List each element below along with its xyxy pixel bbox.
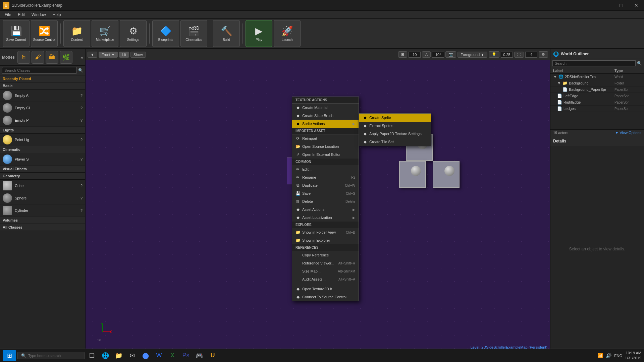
class-item-empty-a[interactable]: Empty A ? [0, 89, 85, 102]
class-item-sphere[interactable]: Sphere ? [0, 192, 85, 204]
taskbar-task-view[interactable]: ❑ [86, 350, 98, 362]
taskbar-photoshop[interactable]: Ps [180, 350, 192, 362]
class-info-empty-a[interactable]: ? [80, 94, 83, 98]
class-info-sphere[interactable]: ? [80, 196, 83, 200]
ctx-sprite-actions[interactable]: ◆ Sprite Actions [292, 120, 359, 128]
ctx-asset-localization[interactable]: ◆ Asset Localization [292, 214, 359, 222]
section-visual-effects[interactable]: Visual Effects [0, 166, 85, 173]
class-item-empty-cl[interactable]: Empty Cl ? [0, 102, 85, 114]
section-basic[interactable]: Basic [0, 82, 85, 89]
close-button[interactable]: ✕ [629, 0, 644, 11]
viewport-lighting-button[interactable]: 💡 [489, 51, 499, 58]
viewport-lit-button[interactable]: Lit [119, 52, 129, 58]
ctx-extract-sprites[interactable]: ◆ Extract Sprites [359, 122, 431, 130]
viewport-zoom-input[interactable] [501, 52, 513, 58]
class-info-cube[interactable]: ? [80, 184, 83, 188]
viewport-mode-dropdown[interactable]: ▼ [88, 52, 97, 58]
menu-file[interactable]: File [1, 12, 14, 18]
ctx-reference-viewer[interactable]: Reference Viewer... Alt+Shift+R [292, 259, 359, 267]
world-outliner-search-input[interactable] [552, 60, 636, 66]
class-item-point-lig[interactable]: Point Lig ? [0, 134, 85, 146]
mode-foliage-button[interactable]: 🌿 [60, 51, 72, 64]
class-info-player-s[interactable]: ? [80, 157, 83, 161]
viewport-camera-button[interactable]: 📷 [445, 51, 456, 58]
outliner-item-world[interactable]: ▼ 🌐 2DSideScrollerExa World [550, 74, 644, 80]
ctx-open-source-location[interactable]: 📂 Open Source Location [292, 142, 359, 150]
viewport-grid-size-input[interactable] [525, 52, 537, 58]
maximize-button[interactable]: □ [613, 0, 629, 11]
taskbar-steam[interactable]: 🎮 [193, 350, 205, 362]
taskbar-edge[interactable]: 🌐 [99, 350, 111, 362]
ctx-show-explorer[interactable]: 📁 Show in Explorer [292, 236, 359, 244]
class-item-player-s[interactable]: Player S ? [0, 153, 85, 166]
ctx-size-map[interactable]: Size Map... Alt+Shift+M [292, 267, 359, 275]
taskbar-chrome[interactable]: ⬤ [140, 350, 152, 362]
viewport-view-front[interactable]: Front ▼ [99, 52, 118, 58]
section-lights[interactable]: Lights [0, 127, 85, 134]
ctx-connect-source-control[interactable]: ◆ Connect To Source Control... [292, 293, 359, 301]
taskbar-explorer[interactable]: 📁 [113, 350, 125, 362]
mode-terrain-button[interactable]: 🏔 [46, 51, 58, 64]
outliner-view-options[interactable]: ▼ View Options [615, 131, 641, 135]
class-item-empty-p[interactable]: Empty P ? [0, 114, 85, 127]
ctx-create-material[interactable]: ◆ Create Material [292, 104, 359, 112]
taskbar-search-input[interactable] [28, 354, 81, 358]
ctx-rename[interactable]: ✏ Rename F2 [292, 173, 359, 181]
class-item-cylinder[interactable]: Cylinder ? [0, 204, 85, 217]
class-info-empty-cl[interactable]: ? [80, 106, 83, 110]
section-geometry[interactable]: Geometry [0, 173, 85, 180]
viewport-grid-icon[interactable]: ⊞ [398, 51, 407, 58]
modes-expand-button[interactable]: » [80, 55, 83, 60]
content-button[interactable]: 📁 Content [63, 20, 90, 47]
taskbar-excel[interactable]: X [166, 350, 178, 362]
outliner-item-ledges[interactable]: 📄 Ledges PaperSpr [550, 106, 644, 112]
outliner-item-background-sprite[interactable]: 📄 Background_PaperSpr PaperSpr [550, 86, 644, 93]
ctx-apply-paper2d[interactable]: ◆ Apply Paper2D Texture Settings [359, 130, 431, 138]
ctx-create-tile-set[interactable]: ◆ Create Tile Set [359, 138, 431, 146]
menu-edit[interactable]: Edit [14, 12, 28, 18]
viewport-angle-input[interactable] [432, 52, 444, 58]
mode-paint-button[interactable]: 🖌 [32, 51, 44, 64]
taskbar-ue4[interactable]: U [207, 350, 219, 362]
viewport-perspective-dropdown[interactable]: Foreground ▼ [458, 52, 487, 58]
search-classes-input[interactable] [2, 67, 77, 74]
ctx-create-slate-brush[interactable]: ◆ Create Slate Brush [292, 112, 359, 120]
mode-select-button[interactable]: 🖱 [17, 51, 30, 64]
ctx-asset-actions[interactable]: ◆ Asset Actions [292, 205, 359, 214]
viewport-settings-button[interactable]: ⚙ [539, 51, 548, 58]
play-button[interactable]: ▶ Play [246, 20, 272, 47]
ctx-open-external-editor[interactable]: ↗ Open In External Editor [292, 150, 359, 159]
viewport-content[interactable]: X Y 1m Level: 2DSideScrollerExampleMap (… [86, 60, 550, 352]
ctx-delete[interactable]: 🗑 Delete Delete [292, 197, 359, 205]
taskbar-word[interactable]: W [153, 350, 165, 362]
ctx-audit-assets[interactable]: Audit Assets... Alt+Shift+A [292, 275, 359, 283]
settings-button[interactable]: ⚙ Settings [120, 20, 147, 47]
viewport-show-button[interactable]: Show [130, 52, 146, 58]
viewport-fov-input[interactable] [409, 52, 421, 58]
viewport-angle-snap-button[interactable]: △ [422, 51, 431, 58]
blueprints-button[interactable]: 🔷 Blueprints [152, 20, 179, 47]
ctx-edit[interactable]: ✏ Edit... [292, 165, 359, 173]
class-info-point-lig[interactable]: ? [80, 138, 83, 142]
ctx-copy-reference[interactable]: Copy Reference [292, 251, 359, 259]
class-item-cube[interactable]: Cube ? [0, 180, 85, 192]
section-volumes[interactable]: Volumes [0, 217, 85, 224]
minimize-button[interactable]: — [598, 0, 613, 11]
search-classes-icon[interactable]: 🔍 [78, 68, 83, 73]
launch-button[interactable]: 🚀 Launch [274, 20, 301, 47]
class-info-empty-p[interactable]: ? [80, 118, 83, 122]
section-all-classes[interactable]: All Classes [0, 224, 85, 231]
class-info-cylinder[interactable]: ? [80, 208, 83, 213]
ctx-duplicate[interactable]: ⧉ Duplicate Ctrl+W [292, 181, 359, 189]
ctx-create-sprite[interactable]: ◆ Create Sprite [359, 114, 431, 122]
ctx-show-folder-view[interactable]: 📁 Show in Folder View Ctrl+B [292, 228, 359, 236]
outliner-item-background-folder[interactable]: ▼ 📁 Background Folder [550, 80, 644, 86]
ctx-save[interactable]: 💾 Save Ctrl+S [292, 189, 359, 197]
menu-window[interactable]: Window [28, 12, 49, 18]
build-button[interactable]: 🔨 Build [213, 20, 240, 47]
start-button[interactable]: ⊞ [3, 350, 16, 361]
viewport-maximize-button[interactable]: ⛶ [514, 52, 524, 58]
ctx-open-texture2d[interactable]: ◆ Open Texture2D.h [292, 285, 359, 293]
menu-help[interactable]: Help [49, 12, 64, 18]
outliner-item-rightedge[interactable]: 📄 RightEdge PaperSpr [550, 99, 644, 106]
